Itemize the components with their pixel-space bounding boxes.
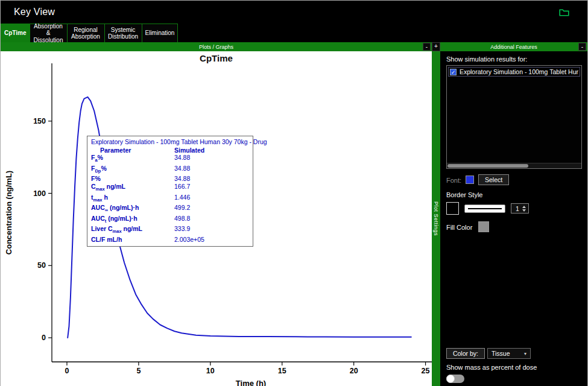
- expand-settings-button[interactable]: +: [432, 42, 440, 51]
- tab-bar: CpTimeAbsorption & DissolutionRegional A…: [1, 24, 587, 42]
- line-style-preview-icon: [468, 208, 502, 209]
- scrollbar-thumb[interactable]: [447, 164, 528, 168]
- titlebar: Key View: [1, 1, 587, 24]
- results-tooltip[interactable]: Exploratory Simulation - 100mg Tablet Hu…: [87, 136, 253, 247]
- fill-color-label: Fill Color: [446, 224, 472, 231]
- color-by-button[interactable]: Color by:: [446, 348, 485, 359]
- simulation-label: Exploratory Simulation - 100mg Tablet Hu…: [460, 68, 578, 75]
- tooltip-row: CL/F mL/h2.003e+05: [91, 236, 249, 244]
- chevron-down-icon: ▾: [524, 351, 526, 356]
- simulation-checkbox[interactable]: ✓: [450, 69, 457, 75]
- simulation-listbox[interactable]: ✓Exploratory Simulation - 100mg Tablet H…: [446, 65, 582, 169]
- svg-text:0: 0: [65, 367, 69, 375]
- svg-text:5: 5: [136, 367, 141, 375]
- mass-percent-toggle[interactable]: [446, 375, 464, 383]
- border-width-spinner[interactable]: 1: [511, 203, 529, 214]
- svg-text:20: 20: [350, 367, 358, 375]
- svg-text:Time (h): Time (h): [236, 379, 266, 386]
- svg-text:25: 25: [422, 367, 430, 375]
- chart-area: CpTime 0510152025050100150Time (h)Concen…: [1, 51, 432, 386]
- spin-down-icon[interactable]: [522, 209, 526, 212]
- tooltip-rows: Fa%34.88FDp%34.88F%34.88Cmax ng/mL166.7t…: [91, 154, 249, 244]
- tooltip-row: AUC∞ (ng/mL)·h499.2: [91, 204, 249, 215]
- tooltip-row: Fa%34.88: [91, 154, 249, 165]
- fill-color-swatch[interactable]: [478, 221, 489, 232]
- tooltip-header: Parameter Simulated: [91, 147, 249, 154]
- tooltip-col-parameter: Parameter: [91, 147, 174, 154]
- additional-features-header-label: Additional Features: [490, 44, 537, 50]
- plots-graphs-panel: Plots / Graphs - CpTime 0510152025050100…: [1, 42, 432, 386]
- svg-text:15: 15: [278, 367, 286, 375]
- window-title: Key View: [14, 7, 55, 17]
- plots-graphs-header-label: Plots / Graphs: [199, 44, 233, 50]
- tissue-dropdown-value: Tissue: [492, 350, 510, 357]
- main-area: Plots / Graphs - CpTime 0510152025050100…: [1, 42, 587, 386]
- line-style-dropdown[interactable]: [464, 204, 505, 213]
- color-by-row: Color by: Tissue ▾: [446, 348, 582, 359]
- svg-text:Concentration (ng/mL): Concentration (ng/mL): [4, 171, 13, 255]
- tab-regional-absorption[interactable]: Regional Absorption: [68, 24, 105, 42]
- border-style-label: Border Style: [446, 191, 582, 198]
- font-label: Font:: [446, 177, 461, 184]
- svg-text:150: 150: [33, 117, 46, 125]
- font-color-swatch[interactable]: [466, 176, 474, 184]
- tooltip-row: AUCt (ng/mL)·h498.8: [91, 215, 249, 226]
- bottom-controls: Color by: Tissue ▾ Show mass as percent …: [446, 348, 582, 383]
- key-view-window: Key View CpTimeAbsorption & DissolutionR…: [0, 0, 588, 386]
- tab-absorption-dissolution[interactable]: Absorption & Dissolution: [30, 24, 68, 42]
- tooltip-row: tmax h1.446: [91, 194, 249, 204]
- open-folder-icon[interactable]: [559, 8, 569, 16]
- tab-group: CpTimeAbsorption & DissolutionRegional A…: [1, 24, 178, 42]
- additional-features-header: Additional Features -: [440, 42, 587, 51]
- tab-systemic-distribution[interactable]: Systemic Distribution: [105, 24, 142, 42]
- svg-text:100: 100: [33, 189, 46, 198]
- simulation-list-item[interactable]: ✓Exploratory Simulation - 100mg Tablet H…: [448, 67, 580, 77]
- simulation-list: ✓Exploratory Simulation - 100mg Tablet H…: [447, 66, 581, 163]
- tooltip-row: F%34.88: [91, 175, 249, 183]
- fill-color-row: Fill Color: [446, 221, 582, 232]
- tooltip-row: Cmax ng/mL166.7: [91, 183, 249, 194]
- show-results-label: Show simulation results for:: [446, 55, 582, 63]
- border-width-value: 1: [516, 205, 519, 212]
- svg-text:0: 0: [42, 334, 46, 342]
- spinner-arrows-icon[interactable]: [522, 206, 526, 212]
- spin-up-icon[interactable]: [522, 206, 526, 208]
- tooltip-row: FDp%34.88: [91, 165, 249, 176]
- tooltip-col-simulated: Simulated: [174, 147, 204, 154]
- tooltip-row: Liver Cmax ng/mL333.9: [91, 225, 249, 236]
- border-style-row: 1: [446, 202, 582, 215]
- minimize-features-button[interactable]: -: [578, 43, 586, 51]
- svg-text:50: 50: [37, 261, 46, 270]
- plot-settings-label: Plot Settings: [433, 201, 439, 236]
- plots-graphs-header: Plots / Graphs -: [1, 42, 432, 51]
- toggle-knob[interactable]: [446, 375, 455, 383]
- font-row: Font: Select: [446, 174, 582, 185]
- tooltip-title: Exploratory Simulation - 100mg Tablet Hu…: [91, 138, 249, 145]
- border-color-swatch[interactable]: [446, 202, 459, 215]
- additional-features-body: Show simulation results for: ✓Explorator…: [440, 51, 587, 386]
- plot-settings-strip[interactable]: + Plot Settings: [432, 42, 440, 386]
- svg-text:10: 10: [206, 367, 215, 375]
- additional-features-panel: Additional Features - Show simulation re…: [440, 42, 587, 386]
- tab-elimination[interactable]: Elimination: [142, 24, 179, 42]
- horizontal-scrollbar[interactable]: [447, 163, 581, 168]
- tissue-dropdown[interactable]: Tissue ▾: [487, 348, 531, 359]
- mass-percent-label: Show mass as percent of dose: [446, 364, 582, 371]
- tab-cptime[interactable]: CpTime: [1, 24, 30, 42]
- minimize-plots-button[interactable]: -: [423, 43, 431, 51]
- font-select-button[interactable]: Select: [478, 174, 509, 185]
